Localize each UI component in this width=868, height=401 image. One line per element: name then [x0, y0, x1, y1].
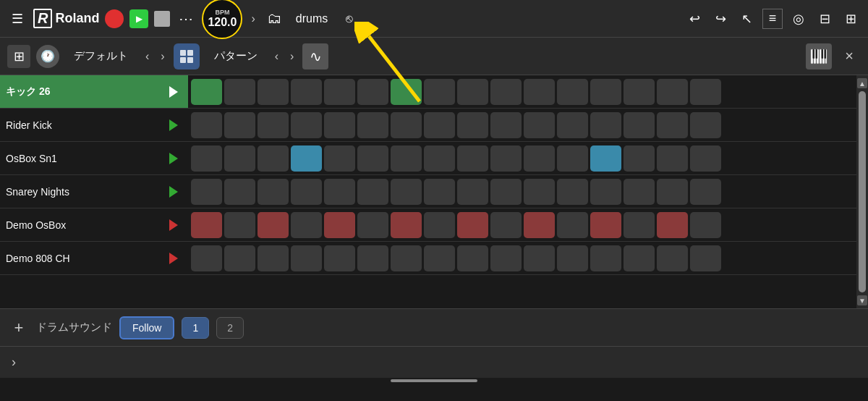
step-cell[interactable] [191, 179, 222, 205]
pattern-right-arrow[interactable]: › [287, 48, 297, 64]
step-cell[interactable] [657, 179, 688, 205]
folder-icon[interactable]: 🗂 [264, 9, 284, 29]
share-icon[interactable]: ⎋ [339, 9, 359, 29]
step-cell[interactable] [524, 179, 555, 205]
pattern-grid-button[interactable] [174, 43, 200, 69]
step-cell[interactable] [324, 79, 355, 105]
step-cell[interactable] [490, 145, 522, 172]
track-play-button[interactable] [165, 83, 182, 101]
step-cell[interactable] [590, 245, 621, 271]
step-cell[interactable] [524, 79, 555, 105]
step-cell[interactable] [624, 179, 655, 205]
step-cell[interactable] [258, 212, 289, 238]
step-cell[interactable] [624, 112, 655, 138]
step-cell[interactable] [657, 212, 688, 238]
step-cell[interactable] [224, 212, 255, 238]
step-cell[interactable] [224, 112, 255, 138]
record-button[interactable] [105, 9, 124, 28]
play-button[interactable]: ▶ [129, 9, 148, 28]
step-cell[interactable] [490, 112, 522, 138]
grid-view-icon[interactable]: ⊞ [841, 9, 861, 29]
track-play-button[interactable] [165, 216, 182, 234]
step-cell[interactable] [191, 79, 222, 105]
step-cell[interactable] [624, 245, 655, 271]
step-cell[interactable] [690, 112, 721, 138]
step-cell[interactable] [690, 145, 721, 172]
step-cell[interactable] [191, 245, 222, 271]
track-row[interactable]: Snarey Nights [0, 175, 188, 208]
step-cell[interactable] [424, 212, 455, 238]
bpm-right-arrow[interactable]: › [248, 11, 258, 27]
step-cell[interactable] [324, 245, 355, 271]
view-grid-button[interactable]: ⊞ [7, 45, 30, 68]
clock-button[interactable]: 🕐 [36, 45, 59, 68]
stop-button[interactable] [154, 11, 170, 27]
step-cell[interactable] [258, 245, 289, 271]
step-cell[interactable] [690, 245, 721, 271]
step-cell[interactable] [191, 145, 222, 172]
track-row[interactable]: Demo 808 CH [0, 242, 188, 275]
preset-right-arrow[interactable]: › [158, 48, 167, 64]
step-cell[interactable] [457, 79, 488, 105]
step-cell[interactable] [424, 179, 455, 205]
track-play-button[interactable] [165, 117, 182, 134]
step-cell[interactable] [424, 79, 455, 105]
wave-button[interactable]: ∿ [302, 43, 328, 69]
step-cell[interactable] [258, 79, 289, 105]
piano-button[interactable] [806, 43, 832, 69]
scrollbar-thumb[interactable] [859, 91, 866, 292]
step-cell[interactable] [590, 145, 621, 172]
step-cell[interactable] [457, 145, 488, 172]
step-cell[interactable] [490, 79, 522, 105]
loop-icon[interactable]: ⋯ [176, 9, 196, 29]
step-cell[interactable] [457, 179, 488, 205]
step-cell[interactable] [258, 179, 289, 205]
step-cell[interactable] [391, 145, 422, 172]
step-cell[interactable] [224, 179, 255, 205]
track-play-button[interactable] [165, 150, 182, 167]
step-cell[interactable] [258, 145, 289, 172]
step-cell[interactable] [524, 212, 555, 238]
step-cell[interactable] [590, 79, 621, 105]
step-cell[interactable] [690, 179, 721, 205]
bpm-display[interactable]: BPM 120.0 [202, 0, 242, 39]
eye-icon[interactable]: ◎ [788, 9, 809, 29]
step-cell[interactable] [657, 245, 688, 271]
track-row[interactable]: OsBox Sn1 [0, 142, 188, 175]
scrollbar[interactable]: ▲ ▼ [856, 75, 868, 308]
track-play-button[interactable] [165, 250, 182, 267]
undo-icon[interactable]: ↩ [684, 9, 705, 29]
step-cell[interactable] [357, 145, 388, 172]
step-cell[interactable] [557, 79, 588, 105]
step-cell[interactable] [291, 112, 322, 138]
step-cell[interactable] [291, 79, 322, 105]
step-cell[interactable] [391, 245, 422, 271]
menu-icon[interactable]: ☰ [7, 9, 27, 29]
step-cell[interactable] [357, 212, 388, 238]
step-cell[interactable] [557, 112, 588, 138]
step-cell[interactable] [690, 79, 721, 105]
step-cell[interactable] [524, 245, 555, 271]
step-cell[interactable] [258, 112, 289, 138]
step-cell[interactable] [690, 212, 721, 238]
step-cell[interactable] [557, 145, 588, 172]
step-cell[interactable] [324, 112, 355, 138]
step-cell[interactable] [391, 112, 422, 138]
step-cell[interactable] [557, 179, 588, 205]
close-button[interactable]: × [838, 45, 861, 68]
step-cell[interactable] [224, 79, 255, 105]
step-cell[interactable] [457, 245, 488, 271]
step-cell[interactable] [590, 212, 621, 238]
step-cell[interactable] [324, 145, 355, 172]
track-row[interactable]: Rider Kick [0, 109, 188, 142]
step-cell[interactable] [657, 145, 688, 172]
step-cell[interactable] [357, 245, 388, 271]
step-cell[interactable] [391, 179, 422, 205]
step-cell[interactable] [557, 212, 588, 238]
mixer-icon[interactable]: ⊟ [814, 9, 835, 29]
step-cell[interactable] [324, 212, 355, 238]
step-cell[interactable] [191, 212, 222, 238]
step-cell[interactable] [424, 112, 455, 138]
track-row[interactable]: Demo OsBox [0, 208, 188, 242]
step-cell[interactable] [490, 212, 522, 238]
